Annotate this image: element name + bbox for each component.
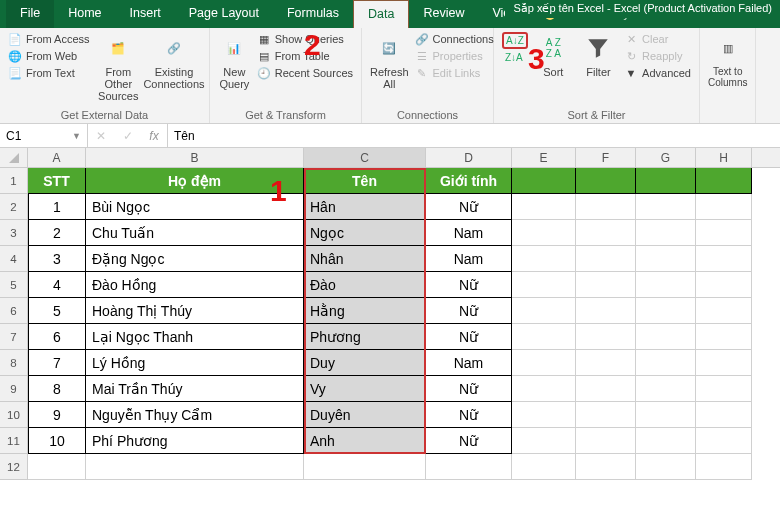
tab-review[interactable]: Review bbox=[409, 0, 478, 28]
cell-B5[interactable]: Đào Hồng bbox=[86, 272, 304, 298]
cell-C1[interactable]: Tên bbox=[304, 168, 426, 194]
cell-E12[interactable] bbox=[512, 454, 576, 480]
cell-C12[interactable] bbox=[304, 454, 426, 480]
cell-G3[interactable] bbox=[636, 220, 696, 246]
row-header-3[interactable]: 3 bbox=[0, 220, 28, 246]
fx-icon[interactable]: fx bbox=[149, 129, 158, 143]
cell-A7[interactable]: 6 bbox=[28, 324, 86, 350]
cell-E6[interactable] bbox=[512, 298, 576, 324]
advanced-button[interactable]: ▼Advanced bbox=[624, 66, 691, 80]
cell-C4[interactable]: Nhân bbox=[304, 246, 426, 272]
cell-A8[interactable]: 7 bbox=[28, 350, 86, 376]
cell-B2[interactable]: Bùi Ngọc bbox=[86, 194, 304, 220]
existing-connections-button[interactable]: 🔗Existing Connections bbox=[147, 32, 201, 90]
cell-D10[interactable]: Nữ bbox=[426, 402, 512, 428]
cell-E4[interactable] bbox=[512, 246, 576, 272]
cell-G11[interactable] bbox=[636, 428, 696, 454]
col-header-B[interactable]: B bbox=[86, 148, 304, 167]
recent-sources-button[interactable]: 🕘Recent Sources bbox=[257, 66, 353, 80]
col-header-G[interactable]: G bbox=[636, 148, 696, 167]
cell-B3[interactable]: Chu Tuấn bbox=[86, 220, 304, 246]
cell-H10[interactable] bbox=[696, 402, 752, 428]
cell-B11[interactable]: Phí Phương bbox=[86, 428, 304, 454]
cell-F6[interactable] bbox=[576, 298, 636, 324]
tab-formulas[interactable]: Formulas bbox=[273, 0, 353, 28]
cell-B12[interactable] bbox=[86, 454, 304, 480]
cell-F5[interactable] bbox=[576, 272, 636, 298]
cell-A4[interactable]: 3 bbox=[28, 246, 86, 272]
cell-A6[interactable]: 5 bbox=[28, 298, 86, 324]
cell-D3[interactable]: Nam bbox=[426, 220, 512, 246]
cell-C2[interactable]: Hân bbox=[304, 194, 426, 220]
cell-A2[interactable]: 1 bbox=[28, 194, 86, 220]
cell-E5[interactable] bbox=[512, 272, 576, 298]
cell-G10[interactable] bbox=[636, 402, 696, 428]
from-web-button[interactable]: 🌐From Web bbox=[8, 49, 90, 63]
sort-az-button[interactable]: A↓Z bbox=[502, 32, 528, 49]
filter-button[interactable]: Filter bbox=[579, 32, 618, 78]
cell-H7[interactable] bbox=[696, 324, 752, 350]
cell-B4[interactable]: Đặng Ngọc bbox=[86, 246, 304, 272]
cell-H11[interactable] bbox=[696, 428, 752, 454]
cell-F12[interactable] bbox=[576, 454, 636, 480]
cell-G8[interactable] bbox=[636, 350, 696, 376]
cell-G12[interactable] bbox=[636, 454, 696, 480]
properties-button[interactable]: ☰Properties bbox=[415, 49, 494, 63]
cell-F3[interactable] bbox=[576, 220, 636, 246]
reapply-button[interactable]: ↻Reapply bbox=[624, 49, 691, 63]
cell-G1[interactable] bbox=[636, 168, 696, 194]
cell-C8[interactable]: Duy bbox=[304, 350, 426, 376]
row-header-5[interactable]: 5 bbox=[0, 272, 28, 298]
cell-D7[interactable]: Nữ bbox=[426, 324, 512, 350]
sort-za-button[interactable]: Z↓A bbox=[502, 51, 528, 64]
cell-A5[interactable]: 4 bbox=[28, 272, 86, 298]
row-header-8[interactable]: 8 bbox=[0, 350, 28, 376]
cell-D5[interactable]: Nữ bbox=[426, 272, 512, 298]
cell-G4[interactable] bbox=[636, 246, 696, 272]
cell-E11[interactable] bbox=[512, 428, 576, 454]
cell-H4[interactable] bbox=[696, 246, 752, 272]
show-queries-button[interactable]: ▦Show Queries bbox=[257, 32, 353, 46]
cell-H5[interactable] bbox=[696, 272, 752, 298]
cell-A10[interactable]: 9 bbox=[28, 402, 86, 428]
cell-G5[interactable] bbox=[636, 272, 696, 298]
tab-data[interactable]: Data bbox=[353, 0, 409, 28]
cell-E10[interactable] bbox=[512, 402, 576, 428]
col-header-D[interactable]: D bbox=[426, 148, 512, 167]
col-header-E[interactable]: E bbox=[512, 148, 576, 167]
cell-F7[interactable] bbox=[576, 324, 636, 350]
from-table-button[interactable]: ▤From Table bbox=[257, 49, 353, 63]
cell-H9[interactable] bbox=[696, 376, 752, 402]
cell-E8[interactable] bbox=[512, 350, 576, 376]
refresh-all-button[interactable]: 🔄Refresh All bbox=[370, 32, 409, 90]
cell-F4[interactable] bbox=[576, 246, 636, 272]
tab-insert[interactable]: Insert bbox=[116, 0, 175, 28]
cell-C11[interactable]: Anh bbox=[304, 428, 426, 454]
row-header-9[interactable]: 9 bbox=[0, 376, 28, 402]
cell-B10[interactable]: Nguyễn Thụy Cẩm bbox=[86, 402, 304, 428]
cell-E9[interactable] bbox=[512, 376, 576, 402]
cancel-icon[interactable]: ✕ bbox=[96, 129, 106, 143]
cell-D2[interactable]: Nữ bbox=[426, 194, 512, 220]
cell-D1[interactable]: Giới tính bbox=[426, 168, 512, 194]
cell-A1[interactable]: STT bbox=[28, 168, 86, 194]
cell-A9[interactable]: 8 bbox=[28, 376, 86, 402]
cell-B8[interactable]: Lý Hồng bbox=[86, 350, 304, 376]
cell-D6[interactable]: Nữ bbox=[426, 298, 512, 324]
cell-F11[interactable] bbox=[576, 428, 636, 454]
tab-file[interactable]: File bbox=[6, 0, 54, 28]
cell-E1[interactable] bbox=[512, 168, 576, 194]
cell-A12[interactable] bbox=[28, 454, 86, 480]
from-text-button[interactable]: 📃From Text bbox=[8, 66, 90, 80]
cell-F10[interactable] bbox=[576, 402, 636, 428]
row-header-12[interactable]: 12 bbox=[0, 454, 28, 480]
name-box[interactable]: C1▼ bbox=[0, 124, 88, 147]
cell-C10[interactable]: Duyên bbox=[304, 402, 426, 428]
cell-H12[interactable] bbox=[696, 454, 752, 480]
cell-B7[interactable]: Lại Ngọc Thanh bbox=[86, 324, 304, 350]
col-header-C[interactable]: C bbox=[304, 148, 426, 167]
row-header-4[interactable]: 4 bbox=[0, 246, 28, 272]
cell-E7[interactable] bbox=[512, 324, 576, 350]
cell-B6[interactable]: Hoàng Thị Thúy bbox=[86, 298, 304, 324]
cell-B9[interactable]: Mai Trần Thúy bbox=[86, 376, 304, 402]
